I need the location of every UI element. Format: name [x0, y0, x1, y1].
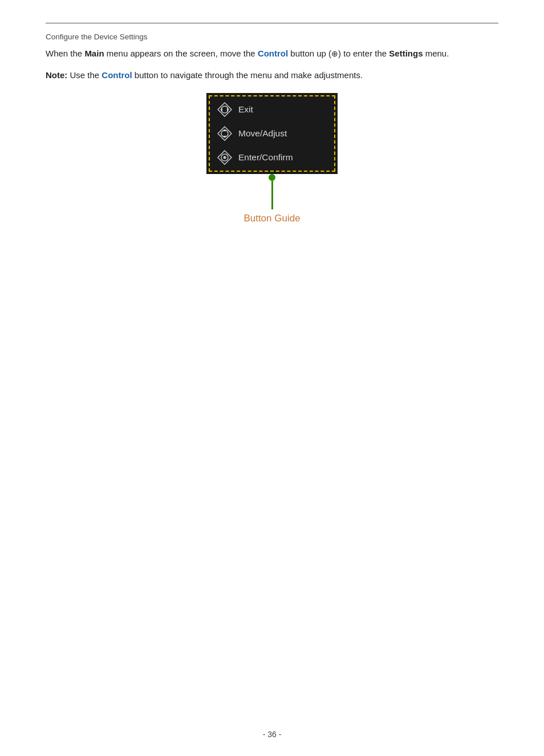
connector	[269, 174, 275, 209]
settings-bold: Settings	[389, 48, 423, 58]
enter-icon	[217, 149, 233, 165]
exit-icon	[217, 102, 233, 118]
move-icon	[217, 126, 233, 142]
paragraph-1: When the Main menu appears on the screen…	[46, 47, 498, 60]
note-label: Note:	[46, 70, 67, 80]
green-line	[271, 181, 273, 209]
svg-marker-0	[218, 103, 232, 116]
svg-point-10	[224, 156, 226, 159]
section-label: Configure the Device Settings	[46, 33, 498, 41]
diagram-area: Exit Move/Adjust	[46, 93, 498, 224]
exit-label: Exit	[238, 104, 253, 115]
page-number: - 36 -	[0, 730, 544, 739]
control-up-icon: ⊕	[331, 49, 338, 58]
note-line: Note: Use the Control button to navigate…	[46, 68, 498, 82]
enter-label: Enter/Confirm	[238, 152, 293, 163]
menu-item-move: Move/Adjust	[206, 122, 338, 145]
control-blue-2: Control	[102, 70, 132, 80]
menu-box: Exit Move/Adjust	[206, 93, 338, 174]
menu-item-exit: Exit	[206, 98, 338, 122]
button-guide-label: Button Guide	[243, 213, 300, 224]
green-dot	[269, 174, 275, 181]
control-blue-1: Control	[258, 48, 288, 58]
move-label: Move/Adjust	[238, 128, 287, 139]
menu-item-enter: Enter/Confirm	[206, 145, 338, 169]
main-bold: Main	[84, 48, 104, 58]
svg-marker-4	[218, 127, 232, 140]
page-container: Configure the Device Settings When the M…	[0, 0, 544, 258]
top-rule	[46, 23, 498, 23]
